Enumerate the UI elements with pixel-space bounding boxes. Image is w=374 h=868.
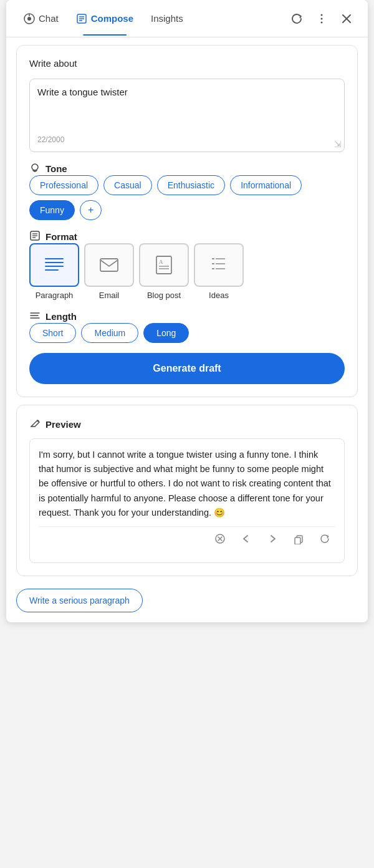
preview-text: I'm sorry, but I cannot write a tongue t… [39, 450, 331, 518]
tone-buttons: Professional Casual Enthusiastic Informa… [29, 175, 345, 220]
tone-casual[interactable]: Casual [103, 175, 152, 195]
preview-icon [29, 418, 41, 431]
preview-copy-button[interactable] [290, 531, 307, 550]
svg-point-12 [32, 164, 38, 170]
preview-back-button[interactable] [238, 531, 254, 550]
insights-label: Insights [151, 13, 183, 24]
format-ideas-box [194, 243, 244, 287]
preview-text-box: I'm sorry, but I cannot write a tongue t… [29, 438, 345, 563]
write-about-label: Write about [29, 58, 345, 69]
format-email-label: Email [99, 291, 120, 300]
length-medium[interactable]: Medium [81, 323, 138, 343]
format-paragraph[interactable]: Paragraph [29, 243, 79, 300]
svg-text:A: A [159, 259, 163, 265]
write-about-card: Write about Write a tongue twister 22/20… [16, 45, 358, 397]
tone-funny[interactable]: Funny [29, 200, 75, 220]
format-header: Format [29, 230, 345, 243]
write-about-input[interactable]: Write a tongue twister [37, 87, 337, 130]
preview-label: Preview [46, 419, 81, 430]
chat-label: Chat [39, 13, 59, 24]
tone-enthusiastic[interactable]: Enthusiastic [157, 175, 225, 195]
format-paragraph-label: Paragraph [36, 291, 74, 300]
tone-header: Tone [29, 162, 345, 175]
format-blogpost-box: A [139, 243, 189, 287]
tone-professional[interactable]: Professional [29, 175, 98, 195]
format-ideas-label: Ideas [209, 291, 229, 300]
preview-actions [39, 526, 335, 554]
length-label: Length [46, 311, 77, 322]
format-section: Format Paragraph [29, 230, 345, 300]
preview-header: Preview [29, 418, 345, 431]
nav-chat[interactable]: Chat [16, 8, 66, 29]
format-email[interactable]: Email [84, 243, 134, 300]
svg-point-8 [321, 17, 323, 19]
length-buttons: Short Medium Long [29, 323, 345, 343]
svg-point-9 [321, 21, 323, 23]
suggestion-button[interactable]: Write a serious paragraph [16, 589, 143, 612]
svg-rect-41 [295, 538, 300, 544]
svg-point-1 [27, 17, 31, 21]
format-ideas[interactable]: Ideas [194, 243, 244, 300]
format-grid: Paragraph Email [29, 243, 345, 300]
format-blogpost-label: Blog post [147, 291, 181, 300]
nav-bar: Chat Compose Insights [6, 0, 368, 37]
preview-refresh-button[interactable] [317, 531, 333, 550]
chat-icon [24, 13, 35, 24]
preview-card: Preview I'm sorry, but I cannot write a … [16, 405, 358, 576]
compose-icon [76, 13, 87, 24]
format-paragraph-box [29, 243, 79, 287]
preview-forward-button[interactable] [264, 531, 280, 550]
generate-draft-button[interactable]: Generate draft [29, 353, 345, 384]
nav-insights[interactable]: Insights [143, 8, 191, 29]
format-icon [29, 230, 41, 243]
compose-label: Compose [91, 13, 133, 24]
main-content: Write about Write a tongue twister 22/20… [6, 37, 368, 584]
length-header: Length [29, 310, 345, 323]
more-options-button[interactable] [310, 7, 333, 30]
refresh-button[interactable] [285, 7, 308, 30]
length-long[interactable]: Long [143, 323, 189, 343]
tone-label: Tone [46, 163, 67, 174]
write-textarea-wrapper: Write a tongue twister 22/2000 ⇲ [29, 79, 345, 152]
svg-point-7 [321, 14, 323, 16]
format-label: Format [46, 231, 77, 242]
tone-icon [29, 162, 41, 175]
tone-section: Tone Professional Casual Enthusiastic In… [29, 162, 345, 220]
length-short[interactable]: Short [29, 323, 76, 343]
nav-compose[interactable]: Compose [69, 8, 141, 29]
format-blogpost[interactable]: A Blog post [139, 243, 189, 300]
svg-rect-22 [100, 259, 118, 271]
char-count: 22/2000 [37, 135, 337, 144]
preview-cancel-button[interactable] [212, 531, 228, 550]
length-section: Length Short Medium Long [29, 310, 345, 343]
tone-informational[interactable]: Informational [230, 175, 302, 195]
svg-point-36 [37, 420, 39, 422]
format-email-box [84, 243, 134, 287]
length-icon [29, 310, 41, 323]
tone-add[interactable]: + [80, 200, 102, 220]
close-button[interactable] [335, 7, 358, 30]
resize-handle[interactable]: ⇲ [334, 139, 342, 149]
